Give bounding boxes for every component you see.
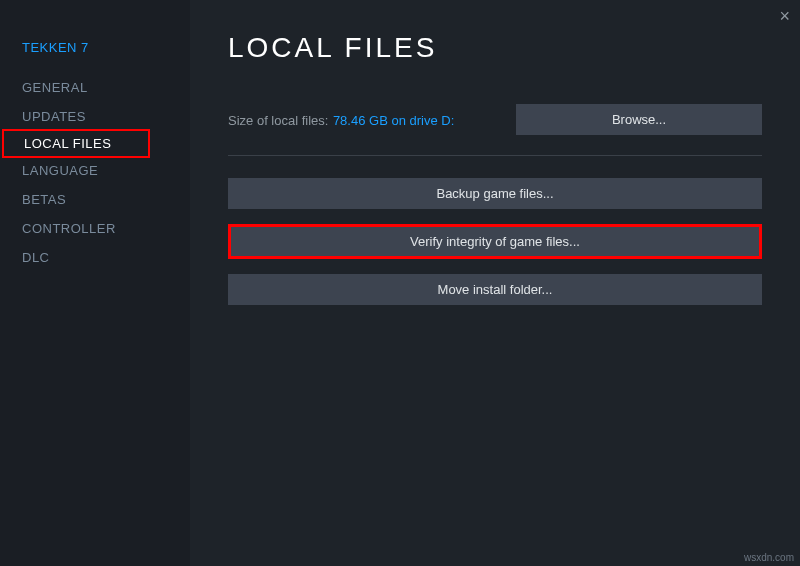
- sidebar-item-general[interactable]: GENERAL: [0, 73, 190, 102]
- divider: [228, 155, 762, 156]
- move-folder-button[interactable]: Move install folder...: [228, 274, 762, 305]
- sidebar-item-controller[interactable]: CONTROLLER: [0, 214, 190, 243]
- sidebar-item-dlc[interactable]: DLC: [0, 243, 190, 272]
- sidebar-item-language[interactable]: LANGUAGE: [0, 156, 190, 185]
- page-title: LOCAL FILES: [228, 32, 762, 64]
- sidebar: TEKKEN 7 GENERAL UPDATES LOCAL FILES LAN…: [0, 0, 190, 566]
- size-label: Size of local files:: [228, 113, 328, 128]
- browse-button[interactable]: Browse...: [516, 104, 762, 135]
- backup-button[interactable]: Backup game files...: [228, 178, 762, 209]
- sidebar-item-updates[interactable]: UPDATES: [0, 102, 190, 131]
- sidebar-item-betas[interactable]: BETAS: [0, 185, 190, 214]
- watermark: wsxdn.com: [744, 552, 794, 563]
- verify-integrity-button[interactable]: Verify integrity of game files...: [228, 224, 762, 259]
- size-row: Size of local files: 78.46 GB on drive D…: [228, 104, 762, 135]
- size-info: Size of local files: 78.46 GB on drive D…: [228, 111, 454, 129]
- sidebar-item-local-files[interactable]: LOCAL FILES: [2, 129, 150, 158]
- main-panel: LOCAL FILES Size of local files: 78.46 G…: [190, 0, 800, 566]
- game-title: TEKKEN 7: [0, 30, 190, 73]
- size-value: 78.46 GB on drive D:: [333, 113, 454, 128]
